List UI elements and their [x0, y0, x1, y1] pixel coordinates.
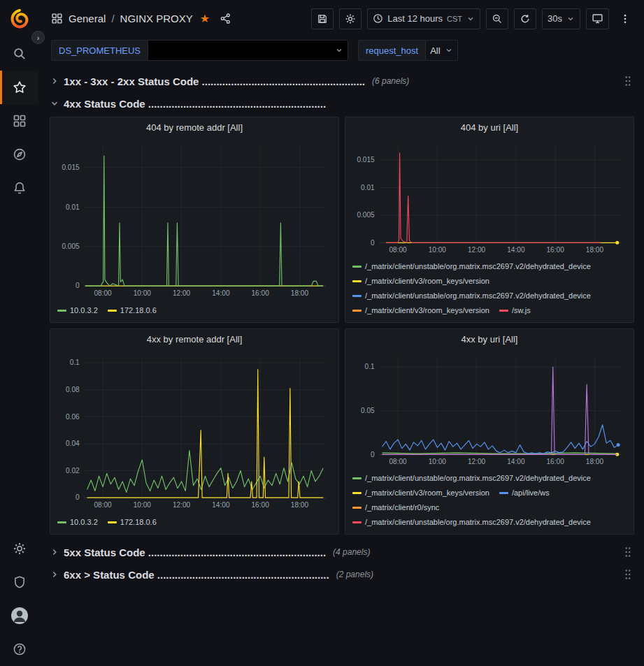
row-drag-handle[interactable]	[622, 545, 634, 559]
row-5xx[interactable]: 5xx Status Code ........................…	[50, 542, 634, 563]
datasource-variable-label: DS_PROMETHEUS	[51, 40, 148, 61]
legend-item[interactable]: 172.18.0.6	[108, 517, 157, 528]
sidebar-item-profile[interactable]	[0, 599, 38, 632]
svg-text:0: 0	[371, 239, 375, 247]
row-6xx[interactable]: 6xx > Status Code ......................…	[50, 564, 634, 585]
svg-text:0.015: 0.015	[357, 156, 375, 164]
avatar	[10, 607, 29, 625]
legend-label: /sw.js	[512, 305, 531, 316]
chevron-down-icon	[566, 15, 575, 23]
refresh-interval-picker[interactable]: 30s	[542, 8, 580, 29]
legend-item[interactable]: /_matrix/client/v3/room_keys/version	[352, 488, 489, 498]
legend-item[interactable]: /sw.js	[499, 305, 531, 316]
sidebar-item-dashboards[interactable]	[0, 104, 38, 138]
sidebar-item-search[interactable]	[0, 37, 38, 71]
zoom-out-time-button[interactable]	[486, 8, 508, 29]
chevron-down-icon	[466, 15, 475, 23]
panel-title[interactable]: 4xx by uri [All]	[345, 329, 634, 349]
legend-item[interactable]: /_matrix/client/unstable/org.matrix.msc2…	[352, 473, 591, 484]
legend-label: /_matrix/client/unstable/org.matrix.msc2…	[365, 261, 591, 272]
chevron-right-icon	[50, 570, 59, 579]
row-title: 6xx > Status Code ......................…	[64, 569, 329, 581]
legend-item[interactable]: /_matrix/client/v3/room_keys/version	[352, 305, 489, 316]
request-host-select[interactable]: All	[426, 40, 457, 61]
legend-label: /_matrix/client/v3/room_keys/version	[365, 276, 489, 287]
chevron-right-icon	[50, 547, 59, 557]
legend-item[interactable]: /_matrix/client/unstable/org.matrix.msc2…	[352, 291, 591, 301]
expand-sidebar-button[interactable]: ›	[31, 31, 45, 44]
panel-title[interactable]: 404 by uri [All]	[345, 117, 634, 137]
svg-text:0.02: 0.02	[66, 467, 80, 475]
row-drag-handle[interactable]	[622, 74, 634, 88]
favorite-star-icon[interactable]: ★	[200, 12, 210, 25]
sidebar-item-help[interactable]	[0, 632, 38, 666]
legend-label: 172.18.0.6	[120, 517, 157, 528]
grafana-app: ›	[0, 0, 644, 666]
timezone-label: CST	[447, 15, 462, 23]
datasource-select[interactable]	[148, 40, 348, 61]
help-icon	[13, 642, 27, 656]
legend-swatch	[352, 521, 362, 523]
panel-404-by-uri: 404 by uri [All] 00.0050.010.01508:0010:…	[345, 117, 634, 323]
svg-text:16:00: 16:00	[252, 289, 270, 297]
zoom-out-icon	[492, 13, 503, 24]
svg-text:10:00: 10:00	[429, 246, 447, 254]
chart-svg: 00.020.040.060.080.108:0010:0012:0014:00…	[56, 349, 333, 513]
sidebar-item-alerting[interactable]	[0, 171, 38, 205]
panel-title[interactable]: 4xx by remote addr [All]	[50, 329, 338, 349]
sidebar-item-explore[interactable]	[0, 138, 38, 171]
breadcrumb-section[interactable]: General	[69, 13, 106, 24]
panel-4xx-by-remote-addr: 4xx by remote addr [All] 00.020.040.060.…	[50, 328, 339, 535]
svg-text:10:00: 10:00	[429, 458, 447, 465]
legend-item[interactable]: 10.0.3.2	[57, 517, 98, 528]
grafana-logo[interactable]	[0, 0, 38, 37]
chevron-down-icon	[50, 99, 59, 108]
time-range-picker[interactable]: Last 12 hours CST	[367, 8, 480, 29]
svg-text:08:00: 08:00	[389, 246, 407, 254]
more-options-button[interactable]	[615, 8, 636, 29]
request-host-value: All	[430, 45, 440, 56]
legend-swatch	[108, 310, 117, 312]
chart-svg: 00.050.108:0010:0012:0014:0016:0018:00	[351, 349, 628, 469]
svg-text:0.1: 0.1	[365, 363, 375, 370]
legend-item[interactable]: /_matrix/client/r0/sync	[352, 502, 439, 513]
legend-label: /_matrix/client/unstable/org.matrix.msc2…	[365, 517, 591, 528]
svg-text:14:00: 14:00	[212, 289, 230, 297]
legend-item[interactable]: /_matrix/client/unstable/org.matrix.msc2…	[352, 517, 591, 528]
star-icon	[13, 80, 27, 94]
legend-swatch	[352, 310, 362, 312]
svg-text:16:00: 16:00	[547, 458, 565, 465]
sidebar-item-starred[interactable]	[0, 71, 38, 104]
sidebar-item-configuration[interactable]	[0, 532, 38, 565]
legend-swatch	[352, 295, 362, 297]
time-series-chart: 00.050.108:0010:0012:0014:0016:0018:00	[345, 349, 634, 472]
row-drag-handle[interactable]	[622, 567, 634, 581]
breadcrumb: General / NGINX PROXY ★	[51, 12, 231, 25]
tv-mode-button[interactable]	[586, 8, 609, 29]
legend-label: 10.0.3.2	[70, 517, 98, 528]
sidebar-item-server-admin[interactable]	[0, 565, 38, 599]
save-dashboard-button[interactable]	[311, 8, 334, 29]
dashboards-icon	[13, 114, 27, 128]
legend-swatch	[108, 521, 117, 523]
svg-text:10:00: 10:00	[134, 289, 152, 297]
svg-text:08:00: 08:00	[94, 289, 112, 297]
row-title: 4xx Status Code ........................…	[64, 98, 326, 110]
legend-label: 10.0.3.2	[70, 305, 98, 316]
row-1xx-3xx-2xx[interactable]: 1xx - 3xx - 2xx Status Code ............…	[50, 71, 634, 92]
refresh-dashboard-button[interactable]	[514, 8, 536, 29]
legend-item[interactable]: /_matrix/client/v3/room_keys/version	[352, 276, 489, 287]
row-4xx[interactable]: 4xx Status Code ........................…	[50, 93, 634, 114]
legend-label: /_matrix/client/v3/room_keys/version	[365, 488, 489, 498]
chevron-down-icon	[335, 46, 343, 55]
share-icon[interactable]	[220, 13, 231, 24]
legend-item[interactable]: 10.0.3.2	[57, 305, 98, 316]
svg-text:0.08: 0.08	[66, 386, 80, 393]
legend-item[interactable]: /_matrix/client/unstable/org.matrix.msc2…	[352, 261, 591, 272]
panel-title[interactable]: 404 by remote addr [All]	[50, 117, 338, 137]
legend-item[interactable]: 172.18.0.6	[108, 305, 157, 316]
legend-item[interactable]: /api/live/ws	[499, 488, 550, 498]
dashboard-topbar: General / NGINX PROXY ★	[38, 0, 644, 37]
breadcrumb-title[interactable]: NGINX PROXY	[120, 13, 193, 24]
dashboard-settings-button[interactable]	[339, 8, 362, 29]
